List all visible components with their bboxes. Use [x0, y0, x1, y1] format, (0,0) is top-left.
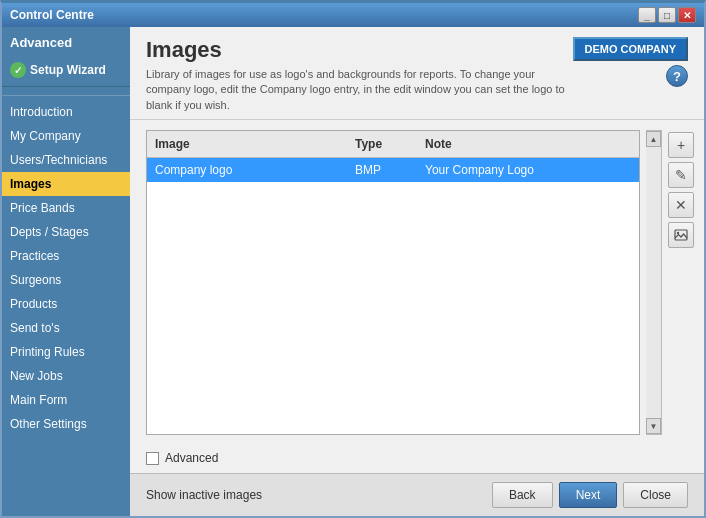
image-button[interactable] [668, 222, 694, 248]
bottom-left: Show inactive images [146, 488, 262, 502]
sidebar: Advanced ✓ Setup Wizard IntroductionMy C… [2, 27, 130, 516]
sidebar-item-surgeons[interactable]: Surgeons [2, 268, 130, 292]
panel-header: Images Library of images for use as logo… [130, 27, 704, 120]
sidebar-item-introduction[interactable]: Introduction [2, 100, 130, 124]
sidebar-advanced-label: Advanced [2, 27, 130, 58]
cell-image: Company logo [147, 161, 347, 179]
col-header-image: Image [147, 135, 347, 153]
scroll-up-arrow[interactable]: ▲ [646, 131, 661, 147]
title-bar-controls: _ □ ✕ [638, 7, 696, 23]
minimize-button[interactable]: _ [638, 7, 656, 23]
sidebar-item-practices[interactable]: Practices [2, 244, 130, 268]
main-content: Advanced ✓ Setup Wizard IntroductionMy C… [2, 27, 704, 516]
table-header: Image Type Note [147, 131, 639, 158]
next-button[interactable]: Next [559, 482, 618, 508]
scrollbar[interactable]: ▲ ▼ [646, 130, 662, 435]
advanced-area: Advanced [130, 445, 704, 473]
sidebar-item-my-company[interactable]: My Company [2, 124, 130, 148]
panel-title-area: Images Library of images for use as logo… [146, 37, 573, 113]
sidebar-item-images[interactable]: Images [2, 172, 130, 196]
back-button[interactable]: Back [492, 482, 553, 508]
svg-rect-0 [675, 230, 687, 240]
images-table: Image Type Note Company logoBMPYour Comp… [146, 130, 640, 435]
col-header-type: Type [347, 135, 417, 153]
table-area: Image Type Note Company logoBMPYour Comp… [130, 120, 704, 445]
svg-point-1 [677, 232, 679, 234]
demo-company-badge: DEMO COMPANY [573, 37, 688, 61]
sidebar-item-depts-stages[interactable]: Depts / Stages [2, 220, 130, 244]
sidebar-nav: IntroductionMy CompanyUsers/TechniciansI… [2, 100, 130, 436]
sidebar-item-main-form[interactable]: Main Form [2, 388, 130, 412]
page-title: Images [146, 37, 573, 63]
setup-wizard-label: Setup Wizard [30, 63, 106, 77]
col-header-note: Note [417, 135, 639, 153]
bottom-right: Back Next Close [492, 482, 688, 508]
panel-header-right: DEMO COMPANY ? [573, 37, 688, 87]
edit-button[interactable]: ✎ [668, 162, 694, 188]
sidebar-item-users-technicians[interactable]: Users/Technicians [2, 148, 130, 172]
cell-type: BMP [347, 161, 417, 179]
cell-note: Your Company Logo [417, 161, 639, 179]
page-description: Library of images for use as logo's and … [146, 67, 573, 113]
bottom-toolbar: Show inactive images Back Next Close [130, 473, 704, 516]
advanced-checkbox-container[interactable]: Advanced [146, 451, 218, 465]
close-button[interactable]: Close [623, 482, 688, 508]
sidebar-item-other-settings[interactable]: Other Settings [2, 412, 130, 436]
sidebar-item-price-bands[interactable]: Price Bands [2, 196, 130, 220]
advanced-checkbox-label: Advanced [165, 451, 218, 465]
sidebar-item-products[interactable]: Products [2, 292, 130, 316]
delete-button[interactable]: ✕ [668, 192, 694, 218]
main-window: Control Centre _ □ ✕ Advanced ✓ Setup Wi… [0, 0, 706, 518]
sidebar-divider [2, 95, 130, 96]
setup-wizard-item[interactable]: ✓ Setup Wizard [2, 58, 130, 87]
wizard-check-icon: ✓ [10, 62, 26, 78]
add-button[interactable]: + [668, 132, 694, 158]
window-title: Control Centre [10, 8, 94, 22]
table-body[interactable]: Company logoBMPYour Company Logo [147, 158, 639, 434]
help-button[interactable]: ? [666, 65, 688, 87]
sidebar-item-new-jobs[interactable]: New Jobs [2, 364, 130, 388]
side-buttons: + ✎ ✕ [668, 130, 694, 435]
show-inactive-label: Show inactive images [146, 488, 262, 502]
sidebar-item-printing-rules[interactable]: Printing Rules [2, 340, 130, 364]
title-bar: Control Centre _ □ ✕ [2, 3, 704, 27]
scroll-down-arrow[interactable]: ▼ [646, 418, 661, 434]
scroll-track[interactable] [646, 147, 661, 418]
close-window-button[interactable]: ✕ [678, 7, 696, 23]
advanced-checkbox[interactable] [146, 452, 159, 465]
right-panel: Images Library of images for use as logo… [130, 27, 704, 516]
restore-button[interactable]: □ [658, 7, 676, 23]
sidebar-item-send-tos[interactable]: Send to's [2, 316, 130, 340]
table-row[interactable]: Company logoBMPYour Company Logo [147, 158, 639, 182]
